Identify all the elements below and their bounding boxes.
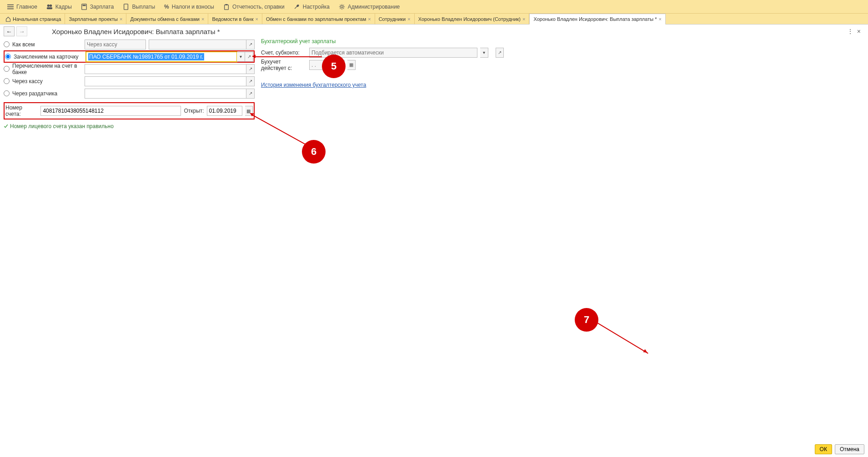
radio-kassa[interactable]: Через кассу bbox=[4, 78, 82, 84]
clip-icon bbox=[223, 4, 230, 10]
doc-icon bbox=[123, 4, 129, 10]
check-icon bbox=[4, 124, 8, 129]
calendar-icon[interactable]: ▦ bbox=[347, 60, 356, 70]
svg-rect-8 bbox=[124, 4, 128, 9]
close-icon[interactable]: × bbox=[256, 16, 258, 22]
footer-buttons: ОК Отмена bbox=[815, 444, 864, 454]
bank-account-input[interactable] bbox=[85, 64, 246, 74]
validation-message: Номер лицевого счета указан правильно bbox=[4, 123, 255, 129]
close-form-icon[interactable]: × bbox=[857, 28, 861, 35]
calc-icon bbox=[81, 4, 87, 10]
accounting-section-title: Бухгалтерский учет зарплаты bbox=[261, 38, 864, 45]
svg-point-11 bbox=[341, 5, 343, 8]
open-label: Открыт: bbox=[184, 108, 204, 114]
menu-zarplata[interactable]: Зарплата bbox=[76, 0, 119, 13]
svg-rect-9 bbox=[225, 5, 229, 10]
people-icon bbox=[46, 4, 53, 10]
svg-rect-0 bbox=[7, 4, 14, 5]
menu-main[interactable]: Главное bbox=[3, 0, 42, 13]
tab-vyplata[interactable]: Хоронько Владлен Исидорович: Выплата зар… bbox=[529, 14, 665, 25]
menu-nalogi[interactable]: %Налоги и взносы bbox=[160, 0, 219, 13]
page-title: Хоронько Владлен Исидорович: Выплата зар… bbox=[52, 28, 220, 35]
percent-icon: % bbox=[164, 4, 169, 10]
account-subconto-label: Счет, субконто: bbox=[261, 50, 306, 56]
ok-button[interactable]: ОК bbox=[815, 444, 832, 454]
kak-vsem-input2 bbox=[149, 40, 246, 50]
tabs-bar: Начальная страница Зарплатные проекты× Д… bbox=[0, 14, 868, 25]
tab-zarproj[interactable]: Зарплатные проекты× bbox=[65, 14, 126, 24]
radio-razdatchik[interactable]: Через раздатчика bbox=[4, 90, 82, 97]
wrench-icon bbox=[294, 4, 300, 10]
svg-rect-5 bbox=[47, 7, 52, 9]
open-icon[interactable]: ↗ bbox=[496, 48, 504, 58]
radio-card[interactable]: Зачислением на карточку bbox=[5, 54, 83, 60]
radio-kak-vsem[interactable]: Как всем bbox=[4, 41, 82, 48]
gear-icon bbox=[339, 4, 345, 10]
close-icon[interactable]: × bbox=[201, 16, 204, 22]
tab-sotrud[interactable]: Сотрудники× bbox=[375, 14, 415, 24]
close-icon[interactable]: × bbox=[522, 16, 525, 22]
annotation-7: 7 bbox=[575, 308, 598, 332]
dropdown-icon[interactable]: ▾ bbox=[237, 52, 245, 62]
dropdown-icon[interactable]: ▾ bbox=[480, 48, 488, 58]
forward-button[interactable]: → bbox=[16, 26, 27, 36]
svg-rect-2 bbox=[7, 8, 14, 9]
close-icon[interactable]: × bbox=[368, 16, 371, 22]
history-link[interactable]: История изменения бухгалтерского учета bbox=[261, 82, 366, 88]
close-icon[interactable]: × bbox=[658, 16, 661, 22]
open-icon[interactable]: ↗ bbox=[246, 40, 255, 50]
svg-rect-7 bbox=[82, 5, 85, 6]
arrow-head-5 bbox=[252, 55, 256, 58]
menu-admin[interactable]: Администрирование bbox=[334, 0, 404, 13]
menu-vyplaty[interactable]: Выплаты bbox=[118, 0, 160, 13]
open-icon[interactable]: ↗ bbox=[246, 89, 255, 99]
form-header: ← → Хоронько Владлен Исидорович: Выплата… bbox=[0, 25, 868, 38]
buhuchet-date-label: Бухучет действует с: bbox=[261, 59, 306, 71]
open-icon[interactable]: ↗ bbox=[246, 76, 255, 86]
card-bank-input[interactable]: ПАО СБЕРБАНК №19891765 от 01.09.2019 г. bbox=[86, 52, 237, 62]
arrow-7 bbox=[597, 323, 648, 353]
back-button[interactable]: ← bbox=[4, 26, 15, 36]
top-menu-bar: Главное Кадры Зарплата Выплаты %Налоги и… bbox=[0, 0, 868, 14]
account-label: Номер счета: bbox=[5, 104, 38, 117]
kak-vsem-input bbox=[85, 40, 146, 50]
more-icon[interactable]: ⋮ bbox=[847, 28, 853, 35]
svg-rect-1 bbox=[7, 6, 14, 7]
svg-point-4 bbox=[50, 4, 52, 6]
annotation-5: 5 bbox=[322, 55, 346, 78]
radio-bank-account[interactable]: Перечислением на счет в банке bbox=[4, 63, 82, 75]
close-icon[interactable]: × bbox=[120, 16, 122, 22]
razdatchik-input[interactable] bbox=[85, 89, 246, 99]
open-icon[interactable]: ↗ bbox=[246, 64, 255, 74]
annotation-6: 6 bbox=[302, 140, 326, 164]
tab-home[interactable]: Начальная страница bbox=[2, 14, 65, 24]
svg-rect-10 bbox=[225, 4, 227, 5]
arrow-5 bbox=[255, 56, 322, 57]
open-date-input[interactable] bbox=[207, 106, 242, 116]
tab-obmen[interactable]: Обмен с банками по зарплатным проектам× bbox=[262, 14, 375, 24]
form-body: Как всем ↗ Зачислением на карточку ПАО С… bbox=[0, 38, 868, 129]
menu-otchet[interactable]: Отчетность, справки bbox=[219, 0, 289, 13]
close-icon[interactable]: × bbox=[407, 16, 410, 22]
kassa-input[interactable] bbox=[85, 76, 246, 86]
menu-nastroika[interactable]: Настройка bbox=[289, 0, 334, 13]
menu-icon bbox=[7, 4, 14, 10]
svg-point-3 bbox=[47, 4, 50, 6]
tab-employee[interactable]: Хоронько Владлен Исидорович (Сотрудник)× bbox=[415, 14, 530, 24]
tab-docs[interactable]: Документы обмена с банками× bbox=[126, 14, 208, 24]
account-number-input[interactable] bbox=[40, 106, 181, 116]
tab-vedom[interactable]: Ведомости в банк× bbox=[208, 14, 262, 24]
menu-kadry[interactable]: Кадры bbox=[42, 0, 76, 13]
cancel-button[interactable]: Отмена bbox=[835, 444, 864, 454]
home-icon bbox=[5, 16, 11, 22]
